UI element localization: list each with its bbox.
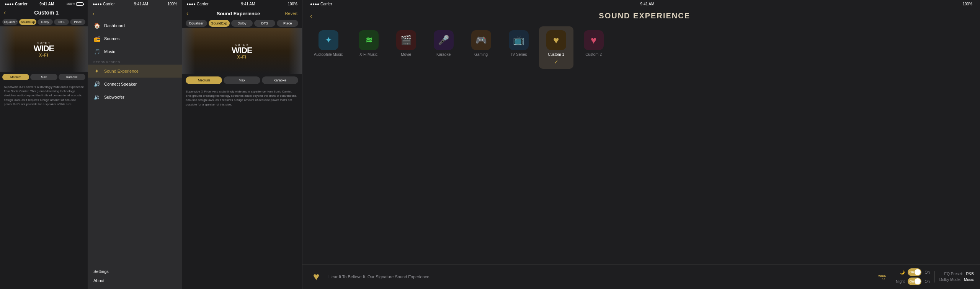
revert-button[interactable]: Revert xyxy=(285,11,297,16)
sidebar-soundexp-label: Sound Experience xyxy=(104,69,139,73)
panel3-back-btn[interactable]: ‹ xyxy=(310,13,312,19)
panel-iphone-1: ●●●● Carrier 9:41 AM 100% ‹ Custom 1 Equ… xyxy=(0,0,88,289)
bottom-description: Hear It To Believe It. Our Signature Sou… xyxy=(328,274,874,279)
sidebar-item-dashboard[interactable]: 🏠 Dashboard xyxy=(88,19,182,32)
sidebar-header: ‹ xyxy=(88,8,182,19)
night-toggle-row: Night On On xyxy=(896,278,930,285)
custom1-label: Custom 1 xyxy=(548,52,564,57)
p2-tab-se[interactable]: SoundExp xyxy=(209,20,230,27)
settings-item[interactable]: Settings xyxy=(93,267,176,276)
divider-1 xyxy=(891,271,891,283)
panel2-topbar: ‹ Sound Experience Revert xyxy=(182,8,302,18)
eq-preset-label: EQ Preset: xyxy=(944,272,963,276)
sound-mode-xfi[interactable]: ≋ X-Fi Music xyxy=(351,26,386,69)
custom2-label: Custom 2 xyxy=(585,52,602,57)
audiophile-icon: ✦ xyxy=(318,30,338,50)
dolby-mode-value: Music xyxy=(964,278,974,282)
dashboard-icon: 🏠 xyxy=(93,22,100,29)
tab-dolby-1[interactable]: Dolby xyxy=(38,19,53,25)
panel2-mode-tabs: Equalizer SoundExp Dolby DTS Place xyxy=(182,18,302,28)
night-toggle[interactable]: On xyxy=(908,278,921,285)
panel2-back-btn[interactable]: ‹ xyxy=(186,10,188,17)
sidebar-dashboard-label: Dashboard xyxy=(104,23,125,28)
sidebar-item-soundexperience[interactable]: ✦ Sound Experience xyxy=(88,65,182,78)
sources-icon: 📻 xyxy=(93,35,100,42)
sidebar-back-btn[interactable]: ‹ xyxy=(93,11,95,17)
back-button-1[interactable]: ‹ xyxy=(4,9,6,16)
p2-time: 9:41 AM xyxy=(241,2,255,6)
sound-tabs-1: Medium Max Karaoke xyxy=(0,72,88,82)
max-btn-1[interactable]: Max xyxy=(30,74,57,80)
sound-mode-custom2[interactable]: ♥ Custom 2 xyxy=(577,26,611,69)
p3-battery: 100% xyxy=(962,2,972,6)
panel3-status: ●●●● Carrier 9:41 AM 100% xyxy=(302,0,980,8)
wide-on-text: On xyxy=(909,270,914,274)
wide-toggle[interactable]: On xyxy=(908,268,921,276)
sound-mode-tvseries[interactable]: 📺 TV Series xyxy=(501,26,536,69)
left-speaker-1 xyxy=(0,26,15,72)
movie-icon: 🎬 xyxy=(396,30,416,50)
p2-medium-btn[interactable]: Medium xyxy=(186,76,222,84)
wide-text-1: WIDE xyxy=(34,44,54,53)
about-item[interactable]: About xyxy=(93,276,176,285)
sound-icons-row: ✦ Audiophile Music ≋ X-Fi Music 🎬 Movie … xyxy=(302,22,980,72)
p2-left-speaker xyxy=(182,28,195,74)
panel2-title: Sound Experience xyxy=(191,11,285,16)
sound-mode-karaoke[interactable]: 🎤 Karaoke xyxy=(426,26,461,69)
sidebar-music-label: Music xyxy=(104,49,115,54)
tab-soundexperience-1[interactable]: SoundExp xyxy=(19,19,36,25)
night-toggle-knob xyxy=(915,278,921,284)
xfi-label: X-Fi Music xyxy=(359,52,377,57)
xfi-icon: ≋ xyxy=(359,30,379,50)
soundexp-icon: ✦ xyxy=(93,68,100,75)
medium-btn-1[interactable]: Medium xyxy=(2,74,29,80)
sidebar-item-subwoofer[interactable]: 🔉 Subwoofer xyxy=(88,91,182,104)
sound-mode-custom1[interactable]: ♥ Custom 1 ✓ xyxy=(539,26,573,69)
p3-time: 9:41 AM xyxy=(640,2,655,6)
night-toggle-label: On xyxy=(924,279,929,284)
wide-toggle-row: 🌙 On On xyxy=(900,268,929,276)
p2-max-btn[interactable]: Max xyxy=(224,76,260,84)
p2-karaoke-btn[interactable]: Karaoke xyxy=(262,76,298,84)
wide-logo-bottom: WIDE X-Fi xyxy=(878,274,886,280)
p2-tab-place[interactable]: Place xyxy=(277,20,298,27)
tvseries-icon: 📺 xyxy=(509,30,529,50)
p2-tab-eq[interactable]: Equalizer xyxy=(186,20,207,27)
tab-dts-1[interactable]: DTS xyxy=(54,19,69,25)
status-bar-1: ●●●● Carrier 9:41 AM 100% xyxy=(0,0,88,8)
p2-right-speaker xyxy=(289,28,302,74)
tvseries-label: TV Series xyxy=(510,52,527,57)
wide-toggle-label: On xyxy=(924,270,929,274)
tab-place-1[interactable]: Place xyxy=(70,19,85,25)
xfi-logo-1: SUPER WIDE X-Fi xyxy=(34,42,54,57)
subwoofer-icon: 🔉 xyxy=(93,94,100,101)
gaming-icon: 🎮 xyxy=(471,30,491,50)
gaming-label: Gaming xyxy=(474,52,488,57)
p2-tab-dts[interactable]: DTS xyxy=(254,20,276,27)
right-speaker-1 xyxy=(72,26,88,72)
panel-ipad-2: ●●●● Carrier 9:41 AM 100% ‹ 🏠 Dashboard … xyxy=(88,0,302,289)
sound-mode-movie[interactable]: 🎬 Movie xyxy=(389,26,423,69)
sidebar: ●●●● Carrier 9:41 AM 100% ‹ 🏠 Dashboard … xyxy=(88,0,182,289)
panel2-desc: Superwide X-Fi delivers a startlingly wi… xyxy=(182,86,302,110)
tab-equalizer-1[interactable]: Equalizer xyxy=(2,19,18,25)
eq-preset-row: EQ Preset: R&B xyxy=(944,272,974,276)
karaoke-btn-1[interactable]: Karaoke xyxy=(59,74,85,80)
p2-tab-dolby[interactable]: Dolby xyxy=(231,20,253,27)
karaoke-icon: 🎤 xyxy=(434,30,454,50)
dolby-mode-row: Dolby Mode: Music xyxy=(939,278,974,282)
sound-mode-audiophile[interactable]: ✦ Audiophile Music xyxy=(309,26,348,69)
panel2-main-content: ●●●● Carrier 9:41 AM 100% ‹ Sound Experi… xyxy=(182,0,302,289)
sound-mode-gaming[interactable]: 🎮 Gaming xyxy=(464,26,498,69)
xfi-logo-text: X-Fi xyxy=(882,278,886,280)
sidebar-item-sources[interactable]: 📻 Sources xyxy=(88,32,182,45)
sidebar-item-music[interactable]: 🎵 Music xyxy=(88,45,182,58)
sidebar-footer: Settings About xyxy=(88,263,182,289)
carrier-1: ●●●● Carrier xyxy=(5,2,28,6)
karaoke-label: Karaoke xyxy=(436,52,451,57)
night-mode-label: Night xyxy=(896,279,905,284)
sidebar-battery: 100% xyxy=(167,2,177,6)
sidebar-item-connectspeaker[interactable]: 🔊 Connect Speaker xyxy=(88,78,182,91)
night-label: 🌙 xyxy=(900,270,905,274)
panel1-description: Superwide X-Fi delivers a startlingly wi… xyxy=(0,82,88,109)
